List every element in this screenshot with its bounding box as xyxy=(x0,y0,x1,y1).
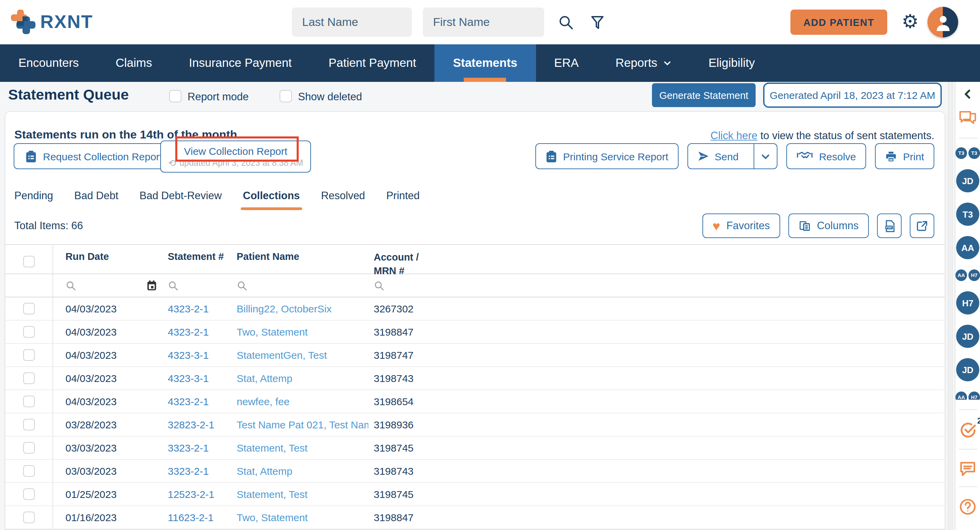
statement-no-link[interactable]: 11623-2-1 xyxy=(164,512,232,523)
col-header-run-date[interactable]: Run Date xyxy=(53,245,164,262)
col-header-account-mrn[interactable]: Account / MRN # xyxy=(370,245,945,278)
view-collection-report-button[interactable]: View Collection Report ⟲ updated April 3… xyxy=(160,140,311,173)
run-date-filter[interactable] xyxy=(53,280,164,291)
favorites-button[interactable]: ♥ Favorites xyxy=(702,213,780,238)
nav-item[interactable]: Insurance Payment xyxy=(170,45,310,82)
patient-name-filter[interactable] xyxy=(232,280,368,291)
report-mode-checkbox[interactable] xyxy=(169,90,181,102)
statement-no-link[interactable]: 3323-2-1 xyxy=(164,465,232,477)
nav-item[interactable]: Encounters xyxy=(0,45,97,82)
row-checkbox[interactable] xyxy=(23,489,35,500)
statement-no-link[interactable]: 4323-3-1 xyxy=(164,349,232,361)
first-name-input[interactable] xyxy=(423,8,544,37)
user-avatar[interactable] xyxy=(928,7,958,38)
request-collection-report-button[interactable]: Request Collection Report xyxy=(14,143,174,169)
avatar-group[interactable]: T3 xyxy=(956,202,979,226)
status-tab[interactable]: Resolved xyxy=(321,188,365,203)
nav-item[interactable]: Claims xyxy=(97,45,170,82)
nav-item[interactable]: Statements xyxy=(434,45,536,82)
status-tab[interactable]: Collections xyxy=(243,188,300,203)
avatar-badge[interactable]: AA xyxy=(955,269,967,281)
export-pdf-button[interactable]: PDF xyxy=(877,213,902,238)
patient-name-link[interactable]: Two, Statement xyxy=(232,326,368,337)
row-checkbox[interactable] xyxy=(23,303,35,314)
avatar-badge[interactable]: AA xyxy=(956,236,979,259)
row-checkbox[interactable] xyxy=(23,465,35,477)
click-here-link[interactable]: Click here xyxy=(711,130,758,141)
avatar-badge[interactable]: T3 xyxy=(955,147,967,159)
avatar-group[interactable]: AA H7 xyxy=(955,269,980,281)
row-checkbox[interactable] xyxy=(23,396,35,407)
avatar-badge[interactable]: T3 xyxy=(956,202,979,226)
patient-name-link[interactable]: Statement, Test xyxy=(232,442,368,454)
statement-no-link[interactable]: 4323-2-1 xyxy=(164,326,232,337)
avatar-group[interactable]: H7 xyxy=(956,291,979,314)
patient-name-link[interactable]: Statement, Test xyxy=(232,489,368,500)
row-checkbox[interactable] xyxy=(23,442,35,454)
chat-bubbles-icon[interactable] xyxy=(958,110,977,128)
row-checkbox[interactable] xyxy=(23,326,35,337)
resolve-button[interactable]: Resolve xyxy=(786,143,866,169)
status-tab[interactable]: Printed xyxy=(387,188,420,203)
statement-no-link[interactable]: 4323-3-1 xyxy=(164,372,232,384)
columns-button[interactable]: Columns xyxy=(788,213,869,238)
tasks-button[interactable]: 2 xyxy=(959,421,977,439)
status-tab[interactable]: Bad Debt-Review xyxy=(140,188,222,203)
avatar-group[interactable]: AA H7 xyxy=(955,392,980,400)
patient-name-link[interactable]: StatementGen, Test xyxy=(232,349,368,361)
nav-item[interactable]: Patient Payment xyxy=(310,45,435,82)
statement-no-filter[interactable] xyxy=(164,280,232,291)
col-header-patient-name[interactable]: Patient Name xyxy=(232,245,368,262)
rxnt-logo[interactable]: RXNT xyxy=(11,10,93,34)
avatar-badge[interactable]: AA xyxy=(955,392,967,400)
search-icon[interactable] xyxy=(558,14,574,31)
status-tab[interactable]: Bad Debt xyxy=(74,188,118,203)
nav-item[interactable]: Reports xyxy=(597,45,690,82)
collapse-chevron-icon[interactable] xyxy=(962,88,974,100)
content-scrollbar[interactable] xyxy=(948,82,953,530)
patient-name-link[interactable]: Two, Statement xyxy=(232,512,368,523)
statement-no-link[interactable]: 32823-2-1 xyxy=(164,419,232,430)
message-icon[interactable] xyxy=(959,460,977,477)
avatar-badge[interactable]: JD xyxy=(956,358,979,381)
patient-name-link[interactable]: newfee, fee xyxy=(232,396,368,407)
avatar-group[interactable]: AA xyxy=(956,236,979,259)
filter-icon[interactable] xyxy=(589,14,606,31)
avatar-group[interactable]: JD xyxy=(956,169,979,193)
row-checkbox[interactable] xyxy=(23,349,35,361)
row-checkbox[interactable] xyxy=(23,419,35,430)
avatar-group[interactable]: T3 T3 xyxy=(955,147,980,159)
send-dropdown-button[interactable] xyxy=(754,144,777,169)
avatar-badge[interactable]: H7 xyxy=(956,291,979,314)
avatar-badge[interactable]: JD xyxy=(956,169,979,193)
status-tab[interactable]: Pending xyxy=(14,188,53,203)
show-deleted-checkbox[interactable] xyxy=(280,90,292,102)
statement-no-link[interactable]: 3323-2-1 xyxy=(164,442,232,454)
avatar-badge[interactable]: H7 xyxy=(969,392,980,400)
last-name-input[interactable] xyxy=(292,8,412,37)
help-icon[interactable] xyxy=(959,498,977,516)
calendar-icon[interactable] xyxy=(146,280,158,291)
col-header-statement-no[interactable]: Statement # xyxy=(164,245,232,262)
printing-service-report-button[interactable]: Printing Service Report xyxy=(535,143,678,169)
patient-name-link[interactable]: Stat, Attemp xyxy=(232,372,368,384)
row-checkbox[interactable] xyxy=(23,512,35,523)
statement-no-link[interactable]: 12523-2-1 xyxy=(164,489,232,500)
print-button[interactable]: Print xyxy=(875,143,934,169)
patient-name-link[interactable]: Stat, Attemp xyxy=(232,465,368,477)
statement-no-link[interactable]: 4323-2-1 xyxy=(164,303,232,314)
add-patient-button[interactable]: ADD PATIENT xyxy=(791,10,887,35)
select-all-checkbox[interactable] xyxy=(23,255,35,267)
gear-icon[interactable]: ⚙ xyxy=(902,10,919,34)
send-button[interactable]: Send xyxy=(688,144,748,169)
row-checkbox[interactable] xyxy=(23,372,35,384)
account-filter[interactable] xyxy=(370,280,945,291)
export-share-button[interactable] xyxy=(910,213,934,238)
patient-name-link[interactable]: Billing22, OctoberSix xyxy=(232,303,368,314)
generated-timestamp-button[interactable]: Generated April 18, 2023 at 7:12 AM xyxy=(763,83,942,108)
statement-no-link[interactable]: 4323-2-1 xyxy=(164,396,232,407)
patient-name-link[interactable]: Test Name Pat 021, Test Name ... xyxy=(232,419,368,430)
avatar-group[interactable]: JD xyxy=(956,358,979,381)
avatar-group[interactable]: JD xyxy=(956,325,979,348)
nav-item[interactable]: ERA xyxy=(536,45,597,82)
